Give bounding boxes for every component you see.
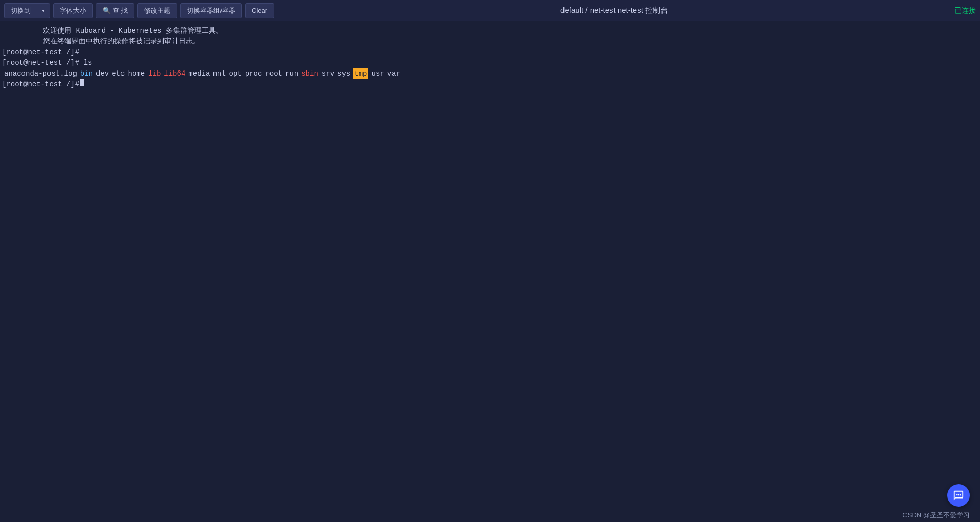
prompt-line-1: [root@net-test /]# (2, 47, 978, 58)
prompt-line-3: [root@net-test /]# (2, 79, 978, 90)
connected-status: 已连接 (954, 6, 976, 14)
cursor-block (80, 79, 84, 86)
svg-point-0 (956, 494, 958, 496)
ls-item-anaconda: anaconda-post.log (4, 68, 77, 79)
ls-item-home: home (128, 68, 145, 79)
clear-button[interactable]: Clear (245, 3, 274, 18)
welcome-line-1: 欢迎使用 Kuboard - Kubernetes 多集群管理工具。 (2, 26, 978, 36)
prompt-3: [root@net-test /]# (2, 79, 79, 90)
prompt-1: [root@net-test /]# (2, 47, 79, 58)
welcome-line-2: 您在终端界面中执行的操作将被记录到审计日志。 (2, 36, 978, 47)
ls-item-sbin: sbin (301, 68, 318, 79)
ls-item-bin: bin (80, 68, 93, 79)
welcome-text-1: 欢迎使用 Kuboard - Kubernetes 多集群管理工具。 (2, 26, 223, 36)
ls-item-root: root (265, 68, 282, 79)
toolbar-center: default / net-test net-test 控制台 (277, 6, 951, 15)
prompt-line-2: [root@net-test /]# ls (2, 58, 978, 68)
toolbar: 切换到 ▾ 字体大小 🔍 查 找 修改主题 切换容器组/容器 Clear def… (0, 0, 980, 21)
svg-point-2 (960, 494, 961, 496)
ls-output-line: anaconda-post.log bin dev etc home lib l… (2, 68, 978, 79)
ls-item-tmp: tmp (353, 68, 368, 79)
ls-item-srv: srv (322, 68, 334, 79)
search-icon: 🔍 (103, 7, 111, 14)
csdn-watermark: CSDN @圣圣不爱学习 (902, 510, 970, 520)
ls-item-dev: dev (96, 68, 109, 79)
search-button[interactable]: 🔍 查 找 (96, 3, 135, 18)
ls-item-run: run (285, 68, 298, 79)
ls-item-var: var (387, 68, 400, 79)
ls-item-usr: usr (371, 68, 384, 79)
ls-item-lib64: lib64 (164, 68, 185, 79)
toolbar-right: 已连接 (954, 6, 976, 15)
theme-button[interactable]: 修改主题 (137, 3, 177, 18)
switch-to-label: 切换到 (5, 4, 37, 18)
search-label: 查 找 (113, 6, 128, 15)
svg-point-1 (958, 494, 960, 496)
terminal-area[interactable]: 欢迎使用 Kuboard - Kubernetes 多集群管理工具。 您在终端界… (0, 21, 980, 522)
switch-to-button[interactable]: 切换到 ▾ (4, 3, 50, 18)
prompt-2: [root@net-test /]# ls (2, 58, 92, 68)
ls-item-mnt: mnt (213, 68, 226, 79)
chat-icon (953, 490, 964, 501)
ls-item-proc: proc (245, 68, 262, 79)
switch-to-arrow-icon[interactable]: ▾ (37, 4, 50, 18)
page-title: default / net-test net-test 控制台 (560, 6, 668, 15)
font-size-button[interactable]: 字体大小 (53, 3, 93, 18)
ls-item-lib: lib (148, 68, 161, 79)
ls-item-sys: sys (337, 68, 350, 79)
ls-item-media: media (188, 68, 210, 79)
welcome-text-2: 您在终端界面中执行的操作将被记录到审计日志。 (2, 36, 200, 47)
ls-item-etc: etc (112, 68, 125, 79)
ls-item-opt: opt (229, 68, 242, 79)
chat-button[interactable] (947, 484, 970, 507)
switch-container-button[interactable]: 切换容器组/容器 (180, 3, 242, 18)
